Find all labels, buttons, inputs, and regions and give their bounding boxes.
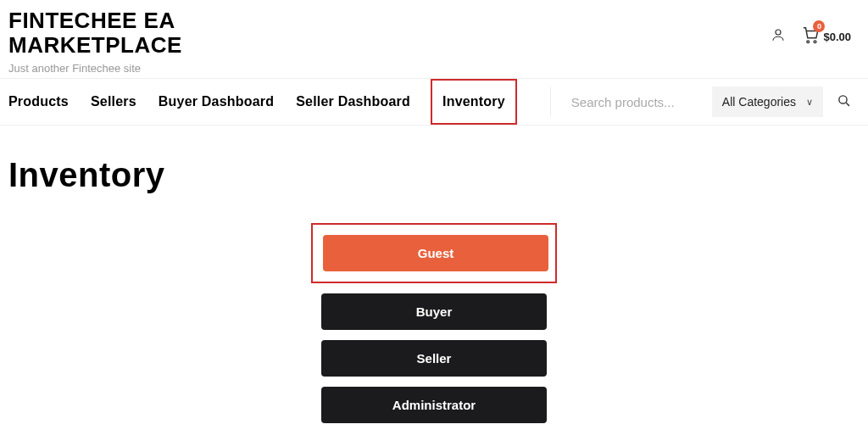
nav-buyer-dashboard[interactable]: Buyer Dashboard xyxy=(159,79,274,125)
search-icon[interactable] xyxy=(837,93,851,111)
nav-links: Products Sellers Buyer Dashboard Seller … xyxy=(8,79,515,125)
nav-row: Products Sellers Buyer Dashboard Seller … xyxy=(0,78,868,126)
brand-tagline: Just another Fintechee site xyxy=(8,62,182,75)
role-buyer-button[interactable]: Buyer xyxy=(321,293,547,330)
category-label: All Categories xyxy=(722,95,796,109)
nav-sellers[interactable]: Sellers xyxy=(91,79,136,125)
role-seller-button[interactable]: Seller xyxy=(321,340,547,377)
role-list: Buyer Seller Administrator xyxy=(321,293,547,423)
svg-point-0 xyxy=(776,30,781,35)
brand-title-line2: MARKETPLACE xyxy=(8,32,182,58)
brand-title-line1: FINTECHEE EA xyxy=(8,8,175,33)
content: Inventory Guest Buyer Seller Administrat… xyxy=(0,126,868,423)
role-guest-button[interactable]: Guest xyxy=(323,235,548,271)
brand-block: FINTECHEE EA MARKETPLACE Just another Fi… xyxy=(8,8,182,75)
category-select[interactable]: All Categories ∨ xyxy=(712,87,823,117)
nav-inventory[interactable]: Inventory xyxy=(431,79,517,125)
search-input[interactable] xyxy=(571,95,698,109)
cart-link[interactable]: 0 $0.00 xyxy=(801,25,851,47)
user-icon[interactable] xyxy=(771,27,786,46)
svg-line-4 xyxy=(846,103,849,106)
header-icons: 0 $0.00 xyxy=(771,25,860,47)
role-administrator-button[interactable]: Administrator xyxy=(321,387,547,423)
svg-point-3 xyxy=(839,96,847,103)
cart-amount: $0.00 xyxy=(823,31,851,43)
page-title: Inventory xyxy=(8,156,860,194)
search-area: All Categories ∨ xyxy=(550,87,860,117)
brand-title[interactable]: FINTECHEE EA MARKETPLACE xyxy=(8,8,182,57)
role-active-panel: Guest xyxy=(311,223,557,283)
cart-icon: 0 xyxy=(801,25,820,47)
nav-products[interactable]: Products xyxy=(8,79,69,125)
chevron-down-icon: ∨ xyxy=(806,97,813,108)
svg-point-2 xyxy=(815,41,817,43)
svg-point-1 xyxy=(807,41,810,43)
nav-seller-dashboard[interactable]: Seller Dashboard xyxy=(296,79,410,125)
